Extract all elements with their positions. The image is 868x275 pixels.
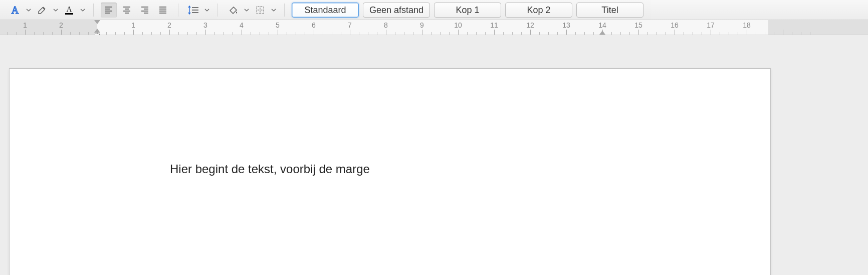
ruler-tick-minor [810, 32, 810, 35]
chevron-down-icon [271, 6, 276, 14]
ruler-tick-minor [368, 32, 368, 35]
ruler-tick-major [422, 30, 422, 35]
document-body-text[interactable]: Hier begint de tekst, voorbij de marge [170, 162, 370, 176]
svg-text:A: A [66, 5, 72, 14]
ruler-tick-major [566, 30, 567, 35]
ruler-label: 6 [312, 21, 316, 29]
ruler-label: 11 [490, 21, 498, 29]
style-button-titel[interactable]: Titel [576, 3, 643, 18]
font-color-dropdown[interactable] [79, 3, 86, 18]
ruler-tick-minor [792, 32, 792, 35]
ruler-label: 2 [167, 21, 171, 29]
ruler-label: 16 [671, 21, 679, 29]
style-button-kop-1[interactable]: Kop 1 [434, 3, 501, 18]
char-effect-icon: A [10, 5, 21, 16]
ruler-tick-minor [151, 32, 152, 35]
ruler-tick-minor [539, 32, 540, 35]
ruler-tick-minor [395, 32, 395, 35]
ruler-tick-minor [729, 32, 729, 35]
ruler-label: 18 [743, 21, 751, 29]
char-effect-dropdown[interactable] [25, 3, 32, 18]
ruler-tick-minor [620, 32, 621, 35]
style-gallery: StandaardGeen afstandKop 1Kop 2Titel [289, 3, 647, 18]
highlight-button[interactable] [34, 3, 50, 18]
ruler-tick-minor [124, 32, 125, 35]
ruler-scale: 21123456789101112131415161718 [0, 20, 868, 35]
ruler-tick-minor [233, 32, 233, 35]
align-left-button[interactable] [101, 3, 117, 18]
ruler-tick-minor [593, 32, 594, 35]
ruler-tick-minor [160, 32, 161, 35]
chevron-down-icon [244, 6, 249, 14]
ruler-tick-minor [287, 32, 287, 35]
ruler-tick-major [25, 30, 26, 35]
chevron-down-icon [53, 6, 58, 14]
fill-border-group [222, 3, 280, 18]
ruler-tick-minor [774, 32, 774, 35]
ruler-tick-minor [503, 32, 504, 35]
fill-color-button[interactable] [225, 3, 241, 18]
first-line-indent-marker[interactable] [94, 20, 100, 24]
ruler-label: 7 [348, 21, 352, 29]
ruler-left-margin [0, 20, 97, 35]
spacing-group [182, 3, 213, 18]
toolbar-divider [218, 4, 218, 17]
ruler-label: 2 [59, 21, 63, 29]
horizontal-ruler[interactable]: 21123456789101112131415161718 [0, 20, 868, 35]
ruler-tick-minor [485, 32, 486, 35]
ruler-tick-minor [142, 32, 143, 35]
hanging-indent-marker[interactable] [94, 29, 100, 33]
ruler-tick-minor [548, 32, 549, 35]
ruler-tick-minor [557, 32, 558, 35]
ruler-tick-major [530, 30, 531, 35]
align-justify-button[interactable] [155, 3, 171, 18]
document-page[interactable]: Hier begint de tekst, voorbij de marge [9, 68, 771, 275]
right-indent-marker[interactable] [599, 31, 605, 35]
style-button-standaard[interactable]: Standaard [292, 3, 359, 18]
borders-button[interactable] [252, 3, 268, 18]
line-spacing-button[interactable] [185, 3, 201, 18]
ruler-tick-major [494, 30, 495, 35]
ruler-tick-minor [43, 32, 44, 35]
char-effect-button[interactable]: A [7, 3, 23, 18]
ruler-tick-minor [756, 32, 756, 35]
style-button-geen-afstand[interactable]: Geen afstand [363, 3, 430, 18]
highlighter-icon [37, 5, 48, 16]
ruler-label: 10 [454, 21, 462, 29]
ruler-tick-minor [684, 32, 684, 35]
align-right-button[interactable] [137, 3, 153, 18]
toolbar-divider [178, 4, 178, 17]
align-left-icon [104, 5, 114, 15]
borders-icon [255, 5, 265, 15]
ruler-label: 17 [707, 21, 715, 29]
ruler-tick-minor [467, 32, 468, 35]
ruler-tick-minor [413, 32, 413, 35]
ruler-tick-minor [666, 32, 666, 35]
ruler-tick-major [314, 30, 314, 35]
line-spacing-dropdown[interactable] [203, 3, 210, 18]
ruler-tick-major [458, 30, 459, 35]
ruler-tick-major [278, 30, 278, 35]
ruler-tick-minor [296, 32, 296, 35]
ruler-tick-major [350, 30, 350, 35]
font-color-button[interactable]: A [61, 3, 77, 18]
borders-dropdown[interactable] [270, 3, 277, 18]
ruler-label: 1 [131, 21, 135, 29]
highlight-dropdown[interactable] [52, 3, 59, 18]
ruler-tick-minor [476, 32, 477, 35]
ruler-tick-major [747, 30, 747, 35]
toolbar-divider [284, 4, 285, 17]
ruler-tick-minor [377, 32, 377, 35]
ruler-tick-major [133, 30, 134, 35]
align-center-button[interactable] [119, 3, 135, 18]
ruler-tick-minor [115, 32, 116, 35]
ruler-tick-minor [7, 32, 8, 35]
ruler-tick-minor [16, 32, 17, 35]
ruler-tick-minor [738, 32, 738, 35]
ruler-tick-minor [88, 32, 89, 35]
style-button-kop-2[interactable]: Kop 2 [505, 3, 572, 18]
ruler-tick-minor [341, 32, 341, 35]
fill-color-dropdown[interactable] [243, 3, 250, 18]
ruler-tick-minor [269, 32, 269, 35]
ruler-tick-minor [801, 32, 801, 35]
